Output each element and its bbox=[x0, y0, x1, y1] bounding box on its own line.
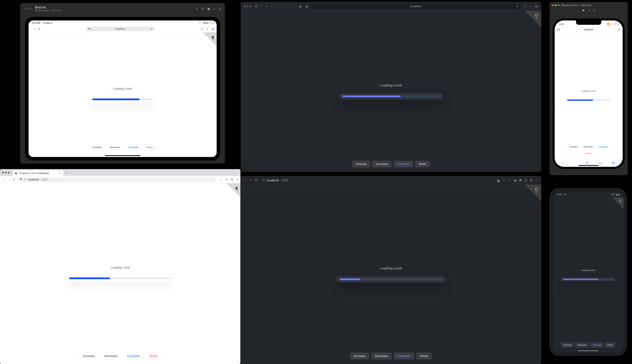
share-icon[interactable]: ⇪ bbox=[524, 4, 527, 8]
devtools-corner-flag[interactable]: 🔌 bbox=[525, 185, 541, 201]
extension-icon-1[interactable]: ◑ bbox=[514, 178, 516, 182]
reset-button[interactable]: Reset bbox=[144, 144, 156, 150]
address-bar[interactable]: localhost ↻ bbox=[311, 4, 521, 9]
minimize-window-button[interactable] bbox=[27, 8, 29, 10]
minimize-window-button[interactable] bbox=[555, 4, 556, 6]
address-bar[interactable]: ⛊ 🗎 localhost:3000 bbox=[18, 177, 216, 182]
minimize-window-button[interactable] bbox=[247, 6, 249, 7]
devtools-corner-flag[interactable]: 🔌 bbox=[226, 183, 240, 197]
reset-button[interactable]: Reset bbox=[605, 342, 615, 348]
screenshot-icon[interactable]: ▣ bbox=[582, 8, 585, 14]
share-icon[interactable]: ⇪ bbox=[503, 178, 505, 182]
back-button[interactable]: ← bbox=[2, 178, 5, 181]
reader-aa-icon[interactable]: AA bbox=[88, 28, 91, 30]
forward-button[interactable]: › bbox=[270, 4, 272, 8]
close-window-button[interactable] bbox=[2, 172, 4, 174]
complete-button[interactable]: Complete bbox=[590, 342, 604, 348]
increase-button[interactable]: Increase bbox=[80, 352, 98, 360]
complete-button[interactable]: Complete bbox=[394, 161, 413, 167]
overflow-menu-icon[interactable]: ≡ bbox=[236, 178, 238, 181]
devtools-corner-flag[interactable]: 🔌 bbox=[203, 32, 217, 46]
back-button[interactable]: ‹ bbox=[31, 27, 32, 31]
decrease-button[interactable]: Decrease bbox=[372, 161, 392, 167]
reload-icon[interactable]: ↻ bbox=[150, 28, 153, 30]
decrease-button[interactable]: Decrease bbox=[107, 144, 123, 150]
bookmarks-icon[interactable]: ▭ bbox=[598, 161, 602, 165]
close-tab-icon[interactable]: ✕ bbox=[59, 172, 61, 175]
home-indicator[interactable] bbox=[578, 165, 599, 166]
tab-overview-chevron-icon[interactable]: ˅ bbox=[261, 4, 263, 8]
share-icon[interactable]: ⇪ bbox=[586, 161, 588, 165]
decrease-button[interactable]: Decrease bbox=[582, 144, 595, 150]
reset-button[interactable]: Reset bbox=[146, 352, 161, 360]
decrease-button[interactable]: Decrease bbox=[575, 342, 589, 348]
devtools-corner-flag[interactable]: 🔌 bbox=[525, 11, 541, 27]
home-icon[interactable]: ⌂ bbox=[588, 8, 590, 14]
screenshot-icon[interactable]: ⧉ bbox=[202, 7, 204, 11]
decrease-button[interactable]: Decrease bbox=[100, 352, 121, 360]
zoom-window-button[interactable] bbox=[558, 4, 560, 6]
reload-icon[interactable]: ↻ bbox=[13, 178, 16, 181]
increase-button[interactable]: Increase bbox=[352, 161, 370, 167]
complete-button[interactable]: Complete bbox=[123, 352, 144, 360]
extension-key-icon[interactable]: ⚿ bbox=[230, 178, 234, 181]
back-button[interactable]: ‹ bbox=[563, 161, 564, 165]
new-tab-button[interactable]: ＋ bbox=[65, 170, 68, 174]
minimize-window-button[interactable] bbox=[5, 172, 7, 174]
increase-button[interactable]: Increase bbox=[350, 352, 369, 360]
home-indicator[interactable] bbox=[105, 155, 140, 156]
decrease-button[interactable]: Decrease bbox=[371, 352, 392, 360]
extension-icon-3[interactable]: ⚙︎ bbox=[530, 178, 533, 182]
install-app-icon[interactable]: ⬓ bbox=[497, 178, 500, 182]
new-tab-icon[interactable]: + bbox=[530, 4, 532, 8]
forward-button[interactable]: › bbox=[574, 161, 575, 165]
rotate-icon[interactable]: ⎋ bbox=[594, 8, 595, 14]
address-bar[interactable]: AA localhost ↻ bbox=[86, 27, 154, 31]
extension-icon[interactable]: ✎ bbox=[225, 178, 228, 181]
overflow-menu-icon[interactable]: ⋮ bbox=[536, 178, 538, 182]
zoom-window-button[interactable] bbox=[250, 6, 252, 7]
record-icon[interactable]: ▣ bbox=[207, 7, 210, 11]
complete-button[interactable]: Complete bbox=[125, 144, 141, 150]
back-button[interactable]: ‹ bbox=[266, 4, 267, 8]
site-info-icon[interactable]: 🗎 bbox=[24, 178, 26, 181]
reload-icon[interactable]: ↻ bbox=[618, 28, 620, 31]
reset-button[interactable]: Reset bbox=[415, 161, 430, 167]
home-indicator[interactable] bbox=[578, 350, 598, 351]
site-info-icon[interactable]: ⓘ bbox=[263, 178, 265, 182]
extensions-puzzle-icon[interactable]: ✱ bbox=[519, 178, 522, 182]
reload-icon[interactable]: ↻ bbox=[255, 178, 258, 182]
share-icon[interactable]: ⇪ bbox=[200, 27, 203, 31]
reader-aa-icon[interactable]: AA bbox=[557, 28, 560, 31]
sidebar-icon[interactable]: ▥ bbox=[38, 28, 40, 30]
reset-button[interactable]: Reset bbox=[584, 151, 594, 156]
close-window-button[interactable] bbox=[244, 6, 246, 7]
complete-button[interactable]: Complete bbox=[394, 352, 414, 360]
sidebar-toggle-icon[interactable]: ☰ bbox=[255, 4, 258, 8]
bookmark-star-icon[interactable]: ☆ bbox=[220, 178, 222, 181]
back-button[interactable]: ← bbox=[244, 178, 246, 182]
forward-button[interactable]: › bbox=[35, 27, 36, 31]
increase-button[interactable]: Increase bbox=[568, 144, 580, 150]
home-icon[interactable]: ⌂ bbox=[214, 7, 216, 11]
rotate-icon[interactable]: ⎋ bbox=[219, 7, 221, 11]
close-window-button[interactable] bbox=[24, 8, 26, 10]
devtools-corner-flag[interactable]: 🔌 bbox=[612, 198, 624, 209]
zoom-window-button[interactable] bbox=[8, 172, 10, 174]
security-icon[interactable]: ⛊ bbox=[20, 178, 22, 181]
shield-icon[interactable]: ◐ bbox=[299, 4, 302, 8]
zoom-window-button[interactable] bbox=[30, 8, 32, 10]
bookmark-star-icon[interactable]: ☆ bbox=[508, 178, 511, 182]
appearance-icon[interactable]: ◑ bbox=[305, 4, 308, 8]
tabs-icon[interactable]: ⧉ bbox=[212, 27, 214, 31]
increase-button[interactable]: Increase bbox=[90, 144, 104, 150]
reload-icon[interactable]: ↻ bbox=[516, 5, 518, 8]
tab-overview-icon[interactable]: ▤ bbox=[535, 4, 538, 8]
increase-button[interactable]: Increase bbox=[561, 342, 574, 348]
reset-button[interactable]: Reset bbox=[416, 352, 432, 360]
close-window-button[interactable] bbox=[552, 4, 554, 6]
environment-icon[interactable]: ⚡︎ bbox=[196, 7, 198, 11]
forward-button[interactable]: → bbox=[249, 178, 252, 182]
new-tab-icon[interactable]: + bbox=[206, 27, 208, 31]
forward-button[interactable]: → bbox=[8, 178, 10, 181]
